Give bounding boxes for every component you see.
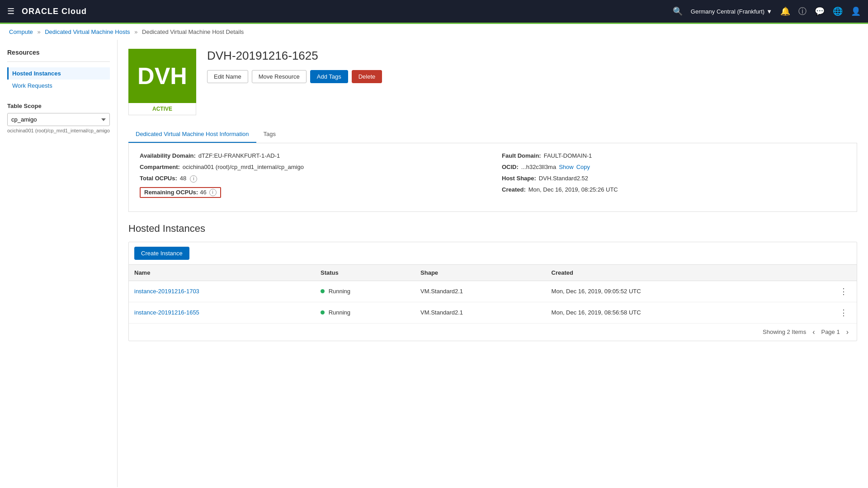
oracle-logo: ORACLE Cloud [22, 7, 87, 16]
instance-kebab-menu-button[interactable]: ⋮ [836, 286, 851, 297]
sidebar-divider [7, 61, 110, 62]
instance-kebab-menu-button[interactable]: ⋮ [836, 307, 851, 319]
instance-name-link[interactable]: instance-20191216-1703 [134, 288, 199, 295]
page-label: Page 1 [821, 328, 840, 335]
instance-created-cell: Mon, Dec 16, 2019, 08:56:58 UTC [546, 302, 793, 323]
instance-status-cell: Running [315, 302, 415, 323]
instance-status-cell: Running [315, 281, 415, 302]
availability-domain-value: dTZF:EU-FRANKFURT-1-AD-1 [198, 152, 280, 159]
col-created: Created [546, 265, 793, 281]
instance-shape-cell: VM.Standard2.1 [415, 302, 546, 323]
compartment-value: ocichina001 (root)/cp_mrd1_internal/cp_a… [183, 164, 304, 170]
resource-icon-text: DVH [137, 64, 187, 88]
breadcrumb-compute[interactable]: Compute [9, 28, 33, 35]
scope-sub-text: ocichina001 (root)/cp_mrd1_internal/cp_a… [7, 128, 110, 133]
breadcrumb-dvmh[interactable]: Dedicated Virtual Machine Hosts [45, 28, 130, 35]
hosted-instances-title: Hosted Instances [128, 223, 857, 235]
help-icon[interactable]: ⓘ [798, 6, 807, 17]
table-footer: Showing 2 Items ‹ Page 1 › [129, 324, 857, 341]
table-scope-title: Table Scope [7, 103, 110, 109]
fault-domain-value: FAULT-DOMAIN-1 [544, 152, 592, 159]
total-ocpus-info-icon[interactable]: i [190, 175, 197, 183]
total-ocpus-label: Total OCPUs: [140, 175, 177, 182]
instance-actions-cell: ⋮ [793, 281, 857, 302]
resource-status-label: ACTIVE [128, 103, 196, 115]
user-avatar-icon[interactable]: 👤 [851, 6, 861, 16]
instance-status-text: Running [329, 288, 350, 295]
pagination-prev-button[interactable]: ‹ [810, 327, 817, 337]
col-name: Name [129, 265, 315, 281]
topnav: ☰ ORACLE Cloud 🔍 Germany Central (Frankf… [0, 0, 868, 23]
hamburger-menu[interactable]: ☰ [7, 6, 14, 16]
region-selector[interactable]: Germany Central (Frankfurt) ▼ [691, 8, 772, 15]
resource-icon-box: DVH [128, 49, 196, 103]
fault-domain-label: Fault Domain: [502, 152, 541, 159]
info-left-col: Availability Domain: dTZF:EU-FRANKFURT-1… [140, 152, 484, 202]
col-shape: Shape [415, 265, 546, 281]
globe-icon[interactable]: 🌐 [833, 6, 843, 16]
table-row: instance-20191216-1703 Running VM.Standa… [129, 281, 857, 302]
instance-created-cell: Mon, Dec 16, 2019, 09:05:52 UTC [546, 281, 793, 302]
col-actions [793, 265, 857, 281]
delete-button[interactable]: Delete [352, 70, 382, 83]
availability-domain-label: Availability Domain: [140, 152, 196, 159]
total-ocpus-value: 48 [180, 175, 186, 182]
remaining-ocpus-label: Remaining OCPUs: [144, 189, 198, 196]
edit-name-button[interactable]: Edit Name [207, 70, 248, 83]
resource-title-area: DVH-20191216-1625 Edit Name Move Resourc… [207, 49, 857, 83]
table-toolbar: Create Instance [129, 242, 857, 265]
remaining-ocpus-value: 46 [200, 189, 206, 196]
hosted-instances-section: Hosted Instances Create Instance Name St… [128, 223, 857, 341]
breadcrumb-sep-1: » [37, 28, 40, 35]
info-right-col: Fault Domain: FAULT-DOMAIN-1 OCID: ...h3… [502, 152, 846, 202]
pagination-next-button[interactable]: › [844, 327, 851, 337]
info-panel: Availability Domain: dTZF:EU-FRANKFURT-1… [128, 143, 857, 212]
breadcrumb-current: Dedicated Virtual Machine Host Details [142, 28, 244, 35]
instance-actions-cell: ⋮ [793, 302, 857, 323]
breadcrumb-sep-2: » [134, 28, 137, 35]
info-total-ocpus: Total OCPUs: 48 i [140, 175, 484, 183]
search-icon[interactable]: 🔍 [673, 6, 683, 16]
host-shape-label: Host Shape: [502, 175, 536, 182]
info-tabs: Dedicated Virtual Machine Host Informati… [128, 126, 857, 143]
move-resource-button[interactable]: Move Resource [252, 70, 307, 83]
info-grid: Availability Domain: dTZF:EU-FRANKFURT-1… [140, 152, 846, 202]
ocid-copy-link[interactable]: Copy [576, 164, 590, 170]
chat-icon[interactable]: 💬 [815, 6, 825, 16]
info-remaining-ocpus: Remaining OCPUs: 46 i [140, 187, 484, 198]
main-container: DVH ACTIVE DVH-20191216-1625 Edit Name M… [0, 40, 868, 487]
scope-select[interactable]: cp_amigo [7, 113, 110, 126]
table-row: instance-20191216-1655 Running VM.Standa… [129, 302, 857, 323]
sidebar-item-work-requests[interactable]: Work Requests [7, 80, 110, 92]
created-label: Created: [502, 186, 526, 193]
info-ocid: OCID: ...h32c3ll3ma Show Copy [502, 164, 846, 170]
ocid-label: OCID: [502, 164, 519, 170]
instances-table: Name Status Shape Created instance-20191… [129, 265, 857, 324]
instance-shape-cell: VM.Standard2.1 [415, 281, 546, 302]
create-instance-button[interactable]: Create Instance [134, 247, 189, 260]
tab-tags[interactable]: Tags [256, 126, 283, 143]
remaining-ocpus-box: Remaining OCPUs: 46 i [140, 187, 221, 198]
tab-dvmh-info[interactable]: Dedicated Virtual Machine Host Informati… [128, 126, 256, 143]
remaining-ocpus-info-icon[interactable]: i [209, 189, 217, 196]
instance-name-cell: instance-20191216-1703 [129, 281, 315, 302]
instance-name-cell: instance-20191216-1655 [129, 302, 315, 323]
compartment-label: Compartment: [140, 164, 180, 170]
info-availability-domain: Availability Domain: dTZF:EU-FRANKFURT-1… [140, 152, 484, 159]
instance-name-link[interactable]: instance-20191216-1655 [134, 309, 199, 316]
status-dot [321, 289, 325, 293]
ocid-show-link[interactable]: Show [559, 164, 574, 170]
sidebar-table-scope: Table Scope cp_amigo ocichina001 (root)/… [7, 103, 110, 133]
created-value: Mon, Dec 16, 2019, 08:25:26 UTC [528, 186, 618, 193]
notification-bell-icon[interactable]: 🔔 [780, 6, 790, 16]
info-created: Created: Mon, Dec 16, 2019, 08:25:26 UTC [502, 186, 846, 193]
sidebar-item-hosted-instances[interactable]: Hosted Instances [7, 67, 110, 80]
resource-actions: Edit Name Move Resource Add Tags Delete [207, 70, 857, 83]
col-status: Status [315, 265, 415, 281]
info-fault-domain: Fault Domain: FAULT-DOMAIN-1 [502, 152, 846, 159]
resource-icon-wrapper: DVH ACTIVE [128, 49, 196, 115]
add-tags-button[interactable]: Add Tags [310, 70, 348, 83]
ocid-value: ...h32c3ll3ma [521, 164, 556, 170]
info-host-shape: Host Shape: DVH.Standard2.52 [502, 175, 846, 182]
host-shape-value: DVH.Standard2.52 [539, 175, 588, 182]
